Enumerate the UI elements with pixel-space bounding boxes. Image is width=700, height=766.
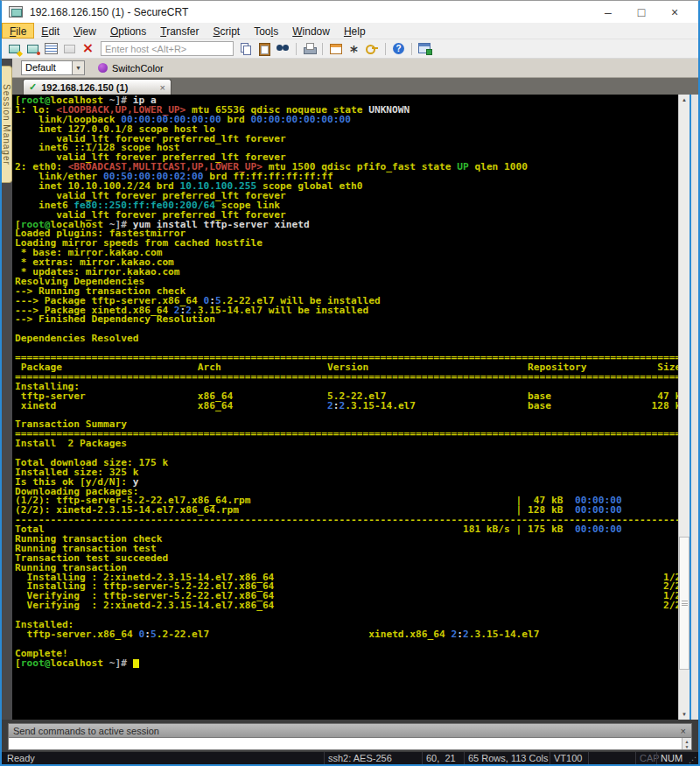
stepper-down-icon[interactable]: ▼ (685, 744, 690, 749)
minimize-button[interactable]: – (592, 3, 625, 22)
status-caps-lock: CAP (635, 752, 656, 764)
session-window-icon[interactable] (416, 40, 434, 57)
menu-edit[interactable]: Edit (34, 23, 66, 39)
maximize-button[interactable]: □ (625, 3, 658, 22)
terminal-line: [root@localhost ~]# (15, 659, 678, 669)
window-title: 192.168.126.150 (1) - SecureCRT (30, 6, 188, 18)
scroll-up-icon[interactable]: ▲ (679, 95, 690, 105)
menu-view[interactable]: View (66, 23, 103, 39)
toolbar-separator (385, 43, 386, 55)
scrollbar-grip (682, 601, 688, 606)
toolbar-separator (296, 43, 297, 55)
switchcolor-icon (98, 63, 108, 73)
session-tab-label: 192.168.126.150 (1) (41, 82, 128, 93)
menu-transfer[interactable]: Transfer (153, 23, 206, 39)
disconnect-icon[interactable] (79, 40, 97, 57)
print-icon[interactable] (300, 40, 318, 57)
terminal-line (15, 611, 678, 621)
status-blank (588, 752, 635, 764)
session-tab-active[interactable]: ✓ 192.168.126.150 (1) × (23, 79, 172, 95)
menu-script[interactable]: Script (206, 23, 248, 39)
terminal-line: xinetd x86_64 2:2.3.15-14.el7 base 128 k (15, 402, 678, 411)
status-terminal-size: 65 Rows, 113 Cols (464, 752, 550, 764)
help-icon[interactable] (389, 40, 408, 57)
dock-strip: Session Manager (2, 59, 12, 720)
key-icon[interactable] (363, 40, 382, 57)
toolbar-separator (322, 43, 323, 55)
status-ready: Ready (2, 752, 324, 764)
global-options-icon[interactable] (345, 40, 363, 57)
connect-icon[interactable] (24, 40, 42, 57)
connected-check-icon: ✓ (29, 81, 37, 93)
tab-close-icon[interactable]: × (160, 82, 165, 93)
clone-session-icon (60, 40, 79, 57)
menu-tools[interactable]: Tools (247, 23, 285, 39)
terminal-line (15, 640, 678, 650)
scrollbar-thumb[interactable] (679, 537, 690, 670)
securecrt-window: 192.168.126.150 (1) - SecureCRT – □ × Fi… (0, 0, 700, 766)
status-bar: Ready ssh2: AES-256 60, 21 65 Rows, 113 … (2, 752, 698, 764)
scroll-down-icon[interactable]: ▼ (679, 709, 690, 720)
host-input[interactable] (101, 41, 234, 56)
menu-help[interactable]: Help (337, 23, 373, 39)
resize-grip[interactable]: ⋰ (682, 752, 698, 764)
status-emulation: VT100 (550, 752, 588, 764)
app-icon (9, 6, 23, 18)
toolbar (2, 39, 698, 59)
terminal-line: --> Finished Dependency Resolution (15, 315, 678, 325)
tab-bar: ✓ 192.168.126.150 (1) × (12, 78, 698, 95)
session-manager-icon[interactable] (42, 40, 60, 57)
command-history-stepper[interactable]: ▲ ▼ (682, 738, 691, 749)
terminal-scrollbar[interactable]: ▲ ▼ (678, 95, 690, 720)
command-window: Send commands to active session × ▲ ▼ (2, 720, 698, 752)
status-num-lock: NUM (656, 752, 682, 764)
find-icon[interactable] (274, 40, 292, 57)
command-window-close-icon[interactable]: × (681, 726, 686, 736)
status-protocol: ssh2: AES-256 (324, 752, 422, 764)
close-button[interactable]: × (658, 3, 691, 22)
terminal-line: tftp-server.x86_64 0:5.2-22.el7 xinetd.x… (15, 630, 678, 640)
chevron-down-icon[interactable]: ▼ (72, 60, 85, 75)
quick-connect-icon[interactable] (5, 40, 24, 57)
session-manager-tab[interactable]: Session Manager (2, 66, 12, 183)
terminal[interactable]: [root@localhost ~]# ip a1: lo: <LOOPBACK… (12, 95, 678, 720)
session-options-icon[interactable] (326, 40, 345, 57)
switchcolor-button[interactable]: SwitchColor (94, 60, 168, 76)
terminal-line: Dependencies Resolved (15, 334, 678, 344)
window-edge (691, 95, 698, 720)
firewall-dropdown-value[interactable]: Default (21, 60, 72, 75)
command-window-title: Send commands to active session (13, 726, 159, 736)
terminal-line: Install 2 Packages (15, 439, 678, 449)
firewall-dropdown[interactable]: Default ▼ (21, 60, 85, 75)
terminal-line: Verifying : 2:xinetd-2.3.15-14.el7.x86_6… (15, 601, 678, 611)
menu-file[interactable]: File (2, 23, 34, 39)
menu-window[interactable]: Window (285, 23, 337, 39)
command-window-titlebar[interactable]: Send commands to active session × (8, 723, 692, 737)
toolbar-separator (411, 43, 412, 55)
command-input[interactable] (9, 738, 682, 749)
title-bar: 192.168.126.150 (1) - SecureCRT – □ × (2, 1, 698, 23)
switchcolor-label: SwitchColor (112, 63, 164, 74)
terminal-line: ========================================… (15, 373, 678, 383)
status-cursor-position: 60, 21 (422, 752, 464, 764)
copy-icon[interactable] (237, 40, 256, 57)
paste-icon[interactable] (256, 40, 274, 57)
menu-options[interactable]: Options (103, 23, 153, 39)
menu-bar: FileEditViewOptionsTransferScriptToolsWi… (2, 23, 698, 39)
session-toolbar: Default ▼ SwitchColor (12, 59, 698, 78)
